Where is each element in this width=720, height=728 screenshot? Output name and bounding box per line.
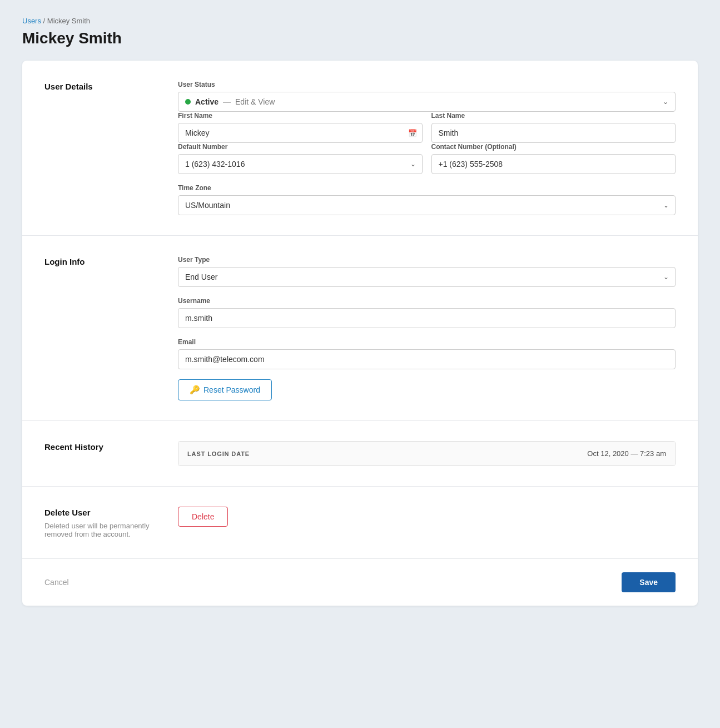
number-row: Default Number ⌄ Contact Number (Optiona… xyxy=(178,143,676,174)
user-status-dropdown[interactable]: Active — Edit & View ⌄ xyxy=(178,92,676,112)
breadcrumb-current: Mickey Smith xyxy=(47,17,90,25)
status-chevron-icon: ⌄ xyxy=(663,98,668,106)
last-login-date-label: LAST LOGIN DATE xyxy=(187,450,250,457)
last-login-date-value: Oct 12, 2020 — 7:23 am xyxy=(587,449,666,458)
user-details-label: User Details xyxy=(44,81,178,215)
username-label: Username xyxy=(178,297,676,305)
last-name-label: Last Name xyxy=(431,112,676,120)
status-text: Active xyxy=(195,97,219,106)
delete-user-section: Delete User Deleted user will be permane… xyxy=(22,487,698,559)
time-zone-label: Time Zone xyxy=(178,184,676,192)
save-button[interactable]: Save xyxy=(622,572,676,592)
status-dot xyxy=(185,99,191,105)
delete-button[interactable]: Delete xyxy=(178,507,228,527)
page-title: Mickey Smith xyxy=(22,29,698,47)
default-number-select-wrapper: ⌄ xyxy=(178,154,423,174)
user-type-input[interactable] xyxy=(178,267,676,287)
login-info-section: Login Info User Type ⌄ Username Email 🔑 … xyxy=(22,236,698,421)
user-status-label: User Status xyxy=(178,81,676,88)
reset-password-label: Reset Password xyxy=(203,385,260,394)
user-details-content: User Status Active — Edit & View ⌄ First… xyxy=(178,81,676,215)
contact-number-group: Contact Number (Optional) xyxy=(431,143,676,174)
username-input[interactable] xyxy=(178,308,676,328)
email-input[interactable] xyxy=(178,349,676,369)
delete-user-label: Delete User Deleted user will be permane… xyxy=(44,507,178,538)
key-icon: 🔑 xyxy=(190,385,200,395)
breadcrumb: Users / Mickey Smith xyxy=(22,17,698,25)
login-info-label: Login Info xyxy=(44,256,178,400)
calendar-icon: 📅 xyxy=(408,129,417,137)
contact-number-input[interactable] xyxy=(431,154,676,174)
default-number-label: Default Number xyxy=(178,143,423,151)
delete-user-content: Delete xyxy=(178,507,676,538)
user-details-section: User Details User Status Active — Edit &… xyxy=(22,61,698,236)
delete-user-description: Deleted user will be permanently removed… xyxy=(44,522,178,538)
time-zone-input[interactable] xyxy=(178,195,676,215)
history-row: LAST LOGIN DATE Oct 12, 2020 — 7:23 am xyxy=(178,442,675,465)
login-info-content: User Type ⌄ Username Email 🔑 Reset Passw… xyxy=(178,256,676,400)
email-label: Email xyxy=(178,338,676,346)
footer-section: Cancel Save xyxy=(22,559,698,606)
main-card: User Details User Status Active — Edit &… xyxy=(22,61,698,606)
reset-password-button[interactable]: 🔑 Reset Password xyxy=(178,379,272,400)
cancel-button[interactable]: Cancel xyxy=(44,573,69,592)
default-number-input[interactable] xyxy=(178,154,423,174)
first-name-input[interactable] xyxy=(178,123,423,143)
breadcrumb-users-link[interactable]: Users xyxy=(22,17,41,25)
time-zone-select-wrapper: ⌄ xyxy=(178,195,676,215)
status-separator: — xyxy=(223,97,231,106)
default-number-group: Default Number ⌄ xyxy=(178,143,423,174)
recent-history-section: Recent History LAST LOGIN DATE Oct 12, 2… xyxy=(22,421,698,487)
first-name-input-wrapper: 📅 xyxy=(178,123,423,143)
history-table: LAST LOGIN DATE Oct 12, 2020 — 7:23 am xyxy=(178,441,676,466)
contact-number-label: Contact Number (Optional) xyxy=(431,143,676,151)
first-name-label: First Name xyxy=(178,112,423,120)
first-name-group: First Name 📅 xyxy=(178,112,423,143)
user-type-select-wrapper: ⌄ xyxy=(178,267,676,287)
user-type-label: User Type xyxy=(178,256,676,264)
recent-history-content: LAST LOGIN DATE Oct 12, 2020 — 7:23 am xyxy=(178,441,676,466)
recent-history-label: Recent History xyxy=(44,441,178,466)
name-row: First Name 📅 Last Name xyxy=(178,112,676,143)
last-name-group: Last Name xyxy=(431,112,676,143)
status-sub-text: Edit & View xyxy=(235,97,275,106)
delete-user-title: Delete User xyxy=(44,508,91,517)
last-name-input[interactable] xyxy=(431,123,676,143)
